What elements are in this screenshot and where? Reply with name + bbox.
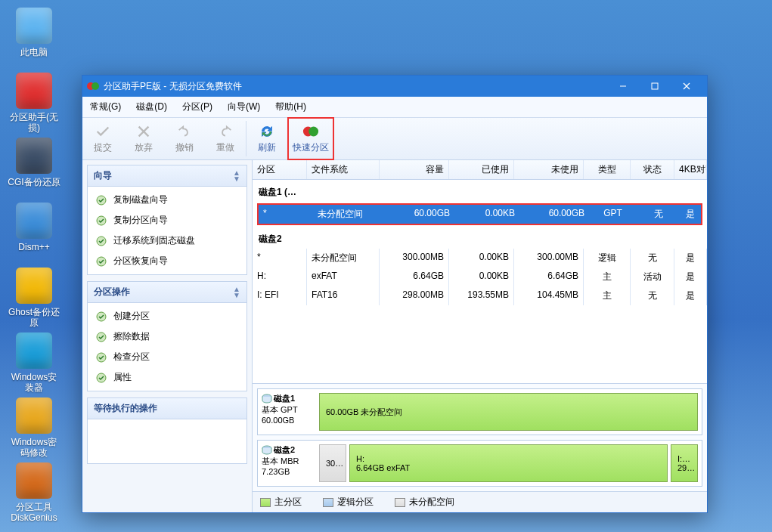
sidebar-item[interactable]: 复制分区向导 xyxy=(88,210,246,230)
sidebar-item[interactable]: 复制磁盘向导 xyxy=(88,190,246,210)
minimize-button[interactable] xyxy=(607,76,639,97)
cell: FAT16 xyxy=(307,286,380,305)
legend-item: 未分配空间 xyxy=(395,496,454,509)
toolbar-label: 快速分区 xyxy=(293,141,329,154)
cell: 未分配空间 xyxy=(313,205,386,224)
desktop-icon[interactable]: Windows密码修改 xyxy=(8,397,60,459)
column-header[interactable]: 未使用 xyxy=(514,160,584,179)
cell: 逻辑 xyxy=(584,249,631,268)
app-icon xyxy=(87,80,99,92)
desktop-icon-label: CGI备份还原 xyxy=(8,177,60,187)
sidebar-item[interactable]: 检查分区 xyxy=(88,347,246,367)
desktop-icon[interactable]: Dism++ xyxy=(8,203,60,252)
cell: 无 xyxy=(637,205,681,224)
desktop-icon[interactable]: Ghost备份还原 xyxy=(8,268,60,329)
partition-bar[interactable]: 30… xyxy=(319,444,346,482)
cell: 300.00MB xyxy=(380,249,449,268)
partition-row[interactable]: I: EFIFAT16298.00MB193.55MB104.45MB主无是 xyxy=(253,286,707,305)
partition-bar[interactable]: H:6.64GB exFAT xyxy=(349,444,668,482)
cell: 是 xyxy=(674,286,707,305)
cell: * xyxy=(259,205,313,224)
column-header[interactable]: 容量 xyxy=(380,160,449,179)
disk-map[interactable]: 磁盘1基本 GPT60.00GB60.00GB 未分配空间 xyxy=(257,388,702,435)
cell: 193.55MB xyxy=(449,286,514,305)
app-window: 分区助手PE版 - 无损分区免费软件 常规(G)磁盘(D)分区(P)向导(W)帮… xyxy=(82,75,708,513)
column-header[interactable]: 分区 xyxy=(253,160,307,179)
svg-rect-3 xyxy=(652,83,658,89)
column-header[interactable]: 4KB对齐 xyxy=(674,160,707,179)
sidebar-item[interactable]: 迁移系统到固态磁盘 xyxy=(88,230,246,251)
sidebar-item-label: 属性 xyxy=(113,371,132,384)
desktop-icon[interactable]: 分区助手(无损) xyxy=(8,73,60,134)
partition-bar[interactable]: 60.00GB 未分配空间 xyxy=(319,393,698,431)
cell: 0.00KB xyxy=(455,205,520,224)
sidebar: 向导▲▼ 复制磁盘向导复制分区向导迁移系统到固态磁盘分区恢复向导 分区操作▲▼ … xyxy=(82,160,253,512)
desktop-icon-label: 分区助手(无损) xyxy=(8,112,60,134)
main-panel: 分区文件系统容量已使用未使用类型状态4KB对齐 磁盘1 (…*未分配空间60.0… xyxy=(253,160,707,512)
disk-info: 磁盘1基本 GPT60.00GB xyxy=(262,393,315,431)
collapse-icon[interactable]: ▲▼ xyxy=(233,286,240,298)
titlebar[interactable]: 分区助手PE版 - 无损分区免费软件 xyxy=(82,76,707,97)
toolbar-撤销: 撤销 xyxy=(164,118,205,159)
column-header[interactable]: 类型 xyxy=(584,160,631,179)
放弃-icon xyxy=(135,123,152,140)
close-button[interactable] xyxy=(671,76,702,97)
sidebar-item[interactable]: 属性 xyxy=(88,367,246,388)
legend-label: 主分区 xyxy=(274,496,302,509)
cell: 无 xyxy=(631,286,674,305)
desktop-icon[interactable]: CGI备份还原 xyxy=(8,138,60,187)
cell: 活动 xyxy=(631,268,674,286)
disk-map[interactable]: 磁盘2基本 MBR7.23GB30…H:6.64GB exFATI:…29… xyxy=(257,440,702,487)
cell: 0.00KB xyxy=(449,249,514,268)
cell: 298.00MB xyxy=(380,286,449,305)
cell: 未分配空间 xyxy=(307,249,380,268)
sidebar-item[interactable]: 创建分区 xyxy=(88,306,246,326)
partition-row[interactable]: H:exFAT6.64GB0.00KB6.64GB主活动是 xyxy=(253,268,707,286)
maximize-button[interactable] xyxy=(639,76,671,97)
desktop-icon-label: 分区工具DiskGenius xyxy=(8,502,60,524)
window-title: 分区助手PE版 - 无损分区免费软件 xyxy=(104,80,607,93)
重做-icon xyxy=(217,123,234,140)
bullet-icon xyxy=(95,215,107,227)
menu-item[interactable]: 磁盘(D) xyxy=(133,98,170,116)
sidebar-item-label: 复制分区向导 xyxy=(113,214,168,227)
desktop-icon-label: Windows安装器 xyxy=(8,372,60,394)
collapse-icon[interactable]: ▲▼ xyxy=(233,170,240,182)
sidebar-item-label: 复制磁盘向导 xyxy=(113,193,168,206)
partition-row[interactable]: *未分配空间300.00MB0.00KB300.00MB逻辑无是 xyxy=(253,249,707,268)
sidebar-item[interactable]: 分区恢复向导 xyxy=(88,251,246,271)
desktop-icon[interactable]: 分区工具DiskGenius xyxy=(8,462,60,524)
desktop-icon-label: 此电脑 xyxy=(8,47,60,57)
grid-header: 分区文件系统容量已使用未使用类型状态4KB对齐 xyxy=(253,160,707,180)
menu-item[interactable]: 帮助(H) xyxy=(272,98,309,116)
提交-icon xyxy=(95,123,111,140)
desktop-icon[interactable]: 此电脑 xyxy=(8,8,60,57)
menu-item[interactable]: 常规(G) xyxy=(87,98,124,116)
cell: * xyxy=(253,249,307,268)
toolbar-label: 提交 xyxy=(94,141,112,154)
sidebar-item-label: 迁移系统到固态磁盘 xyxy=(113,234,195,247)
toolbar-快速分区[interactable]: 快速分区 xyxy=(290,120,331,157)
menu-item[interactable]: 向导(W) xyxy=(225,98,263,116)
disk-section-title: 磁盘2 xyxy=(253,227,707,249)
svg-point-1 xyxy=(91,82,99,90)
toolbar-刷新[interactable]: 刷新 xyxy=(246,118,287,159)
sidebar-item-label: 擦除数据 xyxy=(113,330,150,343)
desktop-icon[interactable]: Windows安装器 xyxy=(8,332,60,394)
ops-panel: 分区操作▲▼ 创建分区擦除数据检查分区属性 xyxy=(87,281,247,391)
disk-bars: 30…H:6.64GB exFATI:…29… xyxy=(319,444,698,482)
column-header[interactable]: 文件系统 xyxy=(307,160,380,179)
disk-bars: 60.00GB 未分配空间 xyxy=(319,393,698,431)
cell: H: xyxy=(253,268,307,286)
column-header[interactable]: 状态 xyxy=(631,160,674,179)
sidebar-item[interactable]: 擦除数据 xyxy=(88,326,246,347)
sidebar-item-label: 创建分区 xyxy=(113,310,150,323)
partition-row[interactable]: *未分配空间60.00GB0.00KB60.00GBGPT无是 xyxy=(259,205,701,224)
bullet-icon xyxy=(95,331,107,343)
bullet-icon xyxy=(95,351,107,363)
legend-label: 逻辑分区 xyxy=(337,496,374,509)
column-header[interactable]: 已使用 xyxy=(449,160,514,179)
menu-item[interactable]: 分区(P) xyxy=(179,98,215,116)
快速分区-icon xyxy=(302,123,319,140)
partition-bar[interactable]: I:…29… xyxy=(671,444,698,482)
